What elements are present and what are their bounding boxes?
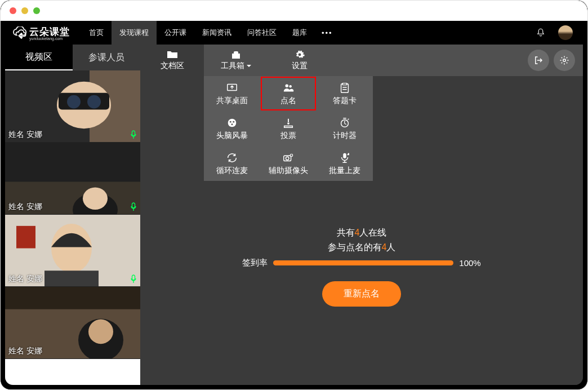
docs-button[interactable]: 文档区 <box>140 45 204 76</box>
toolbox-icon <box>230 50 242 60</box>
nav-items: 首页 发现课程 公开课 新闻资讯 问答社区 题库 ••• <box>81 21 340 45</box>
video-list: 姓名 安娜 姓名 安娜 姓名 安娜 姓名 <box>5 70 140 385</box>
rate-value: 100% <box>459 258 480 268</box>
maximize-window-dot[interactable] <box>33 7 40 14</box>
svg-point-5 <box>87 95 101 109</box>
tool-answer-card[interactable]: 答题卡 <box>317 76 373 111</box>
tool-label: 批量上麦 <box>329 166 360 176</box>
bell-icon[interactable] <box>536 28 546 38</box>
attended-post: 人 <box>386 242 395 252</box>
tool-label: 答题卡 <box>333 96 357 106</box>
name-value: 安娜 <box>26 130 42 139</box>
tool-label: 头脑风暴 <box>216 131 248 141</box>
video-tile[interactable]: 姓名 安娜 <box>5 287 140 359</box>
mic-on-icon <box>130 130 137 139</box>
batch-mic-icon <box>338 152 351 164</box>
svg-rect-3 <box>59 93 109 110</box>
nav-bank[interactable]: 题库 <box>284 21 315 45</box>
tool-aux-camera[interactable]: 辅助摄像头 <box>260 146 317 181</box>
rate-label: 签到率 <box>242 258 268 268</box>
tool-rotate-mic[interactable]: 循环连麦 <box>204 146 260 181</box>
svg-point-26 <box>231 123 233 125</box>
name-label: 姓名 <box>8 274 24 283</box>
mic-on-icon <box>130 274 137 283</box>
docs-label: 文档区 <box>161 61 184 71</box>
nav-home[interactable]: 首页 <box>81 21 112 45</box>
tool-label: 点名 <box>280 96 296 106</box>
close-window-dot[interactable] <box>10 7 16 14</box>
tool-label: 计时器 <box>333 131 357 141</box>
svg-point-20 <box>286 84 289 87</box>
tool-timer[interactable]: 计时器 <box>317 111 373 146</box>
svg-point-21 <box>289 85 291 87</box>
attended-pre: 参与点名的有 <box>328 242 382 252</box>
svg-point-9 <box>83 187 108 210</box>
exit-icon <box>533 55 544 65</box>
tool-vote[interactable]: 投票 <box>260 111 317 146</box>
settings-button[interactable]: 设置 <box>268 45 331 76</box>
svg-point-25 <box>233 121 234 122</box>
redo-rollcall-button[interactable]: 重新点名 <box>322 281 401 307</box>
progress-bar <box>273 260 453 265</box>
logo[interactable]: 云朵课堂 yunduoketang.com <box>5 25 81 41</box>
nav-qa[interactable]: 问答社区 <box>239 21 284 45</box>
online-pre: 共有 <box>337 228 355 237</box>
mic-on-icon <box>130 202 137 211</box>
svg-point-24 <box>230 121 231 122</box>
gear-icon <box>559 55 569 65</box>
gear-button[interactable] <box>554 50 575 71</box>
svg-point-23 <box>228 118 237 127</box>
nav-more[interactable]: ••• <box>315 21 340 45</box>
window-titlebar <box>1 1 587 21</box>
tab-video-zone[interactable]: 视频区 <box>5 45 73 70</box>
tool-share-screen[interactable]: 共享桌面 <box>204 76 260 111</box>
svg-point-4 <box>67 95 81 109</box>
avatar[interactable] <box>558 25 573 40</box>
exit-button[interactable] <box>528 50 549 71</box>
people-icon <box>282 82 295 94</box>
svg-point-18 <box>563 59 566 62</box>
name-label: 姓名 <box>8 130 24 139</box>
logo-text: 云朵课堂 <box>29 26 70 37</box>
tool-roll-call[interactable]: 点名 <box>260 76 317 111</box>
tool-label: 投票 <box>280 131 296 141</box>
name-value: 安娜 <box>26 346 42 355</box>
video-tile[interactable]: 姓名 安娜 <box>5 215 140 287</box>
tab-roster[interactable]: 参课人员 <box>73 45 140 70</box>
toolbox-label: 工具箱 <box>221 61 251 71</box>
folder-icon <box>166 50 179 60</box>
toolbox-dropdown: 共享桌面 点名 答题卡 头脑风暴 <box>204 76 373 181</box>
nav-news[interactable]: 新闻资讯 <box>194 21 239 45</box>
online-post: 人在线 <box>359 228 386 237</box>
tool-batch-mic[interactable]: 批量上麦 <box>317 146 373 181</box>
toolbox-button[interactable]: 工具箱 <box>204 45 268 76</box>
video-tile[interactable]: 姓名 安娜 <box>5 143 140 215</box>
center-top-bar: 文档区 工具箱 设置 <box>140 45 583 76</box>
vote-icon <box>282 117 295 129</box>
name-label: 姓名 <box>8 202 24 211</box>
settings-label: 设置 <box>292 61 308 71</box>
svg-rect-13 <box>44 271 99 286</box>
nav-discover[interactable]: 发现课程 <box>112 21 157 45</box>
gear-icon <box>293 50 306 60</box>
svg-point-12 <box>51 224 92 273</box>
svg-rect-11 <box>16 226 35 249</box>
name-label: 姓名 <box>8 346 24 355</box>
tool-brainstorm[interactable]: 头脑风暴 <box>204 111 260 146</box>
svg-point-17 <box>88 320 113 344</box>
name-value: 安娜 <box>26 274 42 283</box>
tool-label: 辅助摄像头 <box>269 166 308 176</box>
share-screen-icon <box>226 82 238 94</box>
nav-open-class[interactable]: 公开课 <box>157 21 194 45</box>
left-panel: 视频区 参课人员 姓名 安娜 姓名 安娜 <box>5 45 140 385</box>
svg-rect-31 <box>343 153 346 158</box>
video-tile[interactable]: 姓名 安娜 <box>5 70 140 143</box>
name-value: 安娜 <box>26 202 42 211</box>
tool-label: 循环连麦 <box>216 166 248 176</box>
timer-icon <box>338 117 351 129</box>
tool-label: 共享桌面 <box>216 96 248 106</box>
svg-rect-15 <box>5 287 140 309</box>
minimize-window-dot[interactable] <box>21 7 28 14</box>
status-text: 共有4人在线 参与点名的有4人 <box>140 225 583 255</box>
cloud-logo-icon <box>13 26 28 39</box>
